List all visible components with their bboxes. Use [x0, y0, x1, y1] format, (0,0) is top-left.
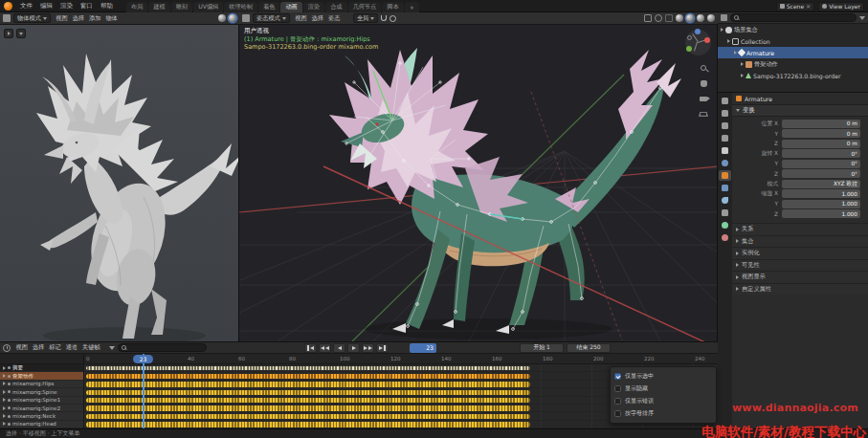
- expand-icon[interactable]: [741, 62, 744, 66]
- channel-row[interactable]: 骨架动作: [0, 372, 83, 380]
- channel-row[interactable]: mixamorig:Spine1: [0, 397, 83, 405]
- editor-type-icon[interactable]: [242, 14, 250, 22]
- workspace-tab[interactable]: 纹理绘制: [224, 2, 257, 12]
- shading-solid-icon[interactable]: [229, 14, 236, 22]
- field-value[interactable]: 0 m: [782, 120, 860, 128]
- textured-model[interactable]: [239, 25, 718, 341]
- frame-ruler[interactable]: 020406080100120140160180200220240: [84, 354, 718, 364]
- dopesheet-menu-item[interactable]: 标记: [47, 343, 63, 352]
- filter-row[interactable]: 按字母排序: [614, 409, 712, 418]
- topbar-menu-item[interactable]: 文件: [16, 0, 36, 12]
- keyframe-strip[interactable]: [86, 422, 530, 427]
- dopesheet-menu-item[interactable]: 选择: [30, 343, 46, 352]
- properties-tab-constraints[interactable]: [719, 208, 731, 218]
- keyframe-strip[interactable]: [86, 405, 530, 410]
- end-frame-field[interactable]: 结束 250: [567, 343, 611, 353]
- properties-tab-data[interactable]: [719, 220, 731, 230]
- expand-icon[interactable]: [727, 39, 730, 43]
- section-row[interactable]: 视图显示: [732, 271, 868, 283]
- gizmo-toggle-icon[interactable]: [644, 14, 652, 22]
- topbar-menu-item[interactable]: 窗口: [77, 0, 97, 12]
- checkbox[interactable]: [614, 410, 621, 417]
- field-value[interactable]: 0 m: [782, 129, 860, 138]
- keyframe-strip[interactable]: [86, 398, 530, 403]
- viewport-menu-item[interactable]: 选择: [70, 14, 86, 23]
- section-row[interactable]: 实例化: [732, 247, 868, 259]
- field-value[interactable]: 0°: [782, 149, 860, 158]
- view-layer-selector[interactable]: View Layer: [818, 2, 864, 11]
- field-value[interactable]: XYZ 欧拉: [782, 180, 860, 188]
- channel-row[interactable]: mixamorig:Spine: [0, 388, 83, 396]
- checkbox[interactable]: [614, 398, 621, 405]
- play-button[interactable]: [347, 343, 360, 353]
- channel-row[interactable]: mixamorig:Neck: [0, 412, 83, 420]
- x-axis-dot[interactable]: [704, 37, 710, 43]
- viewport-menu-item[interactable]: 视图: [293, 14, 309, 23]
- x-axis-neg-dot[interactable]: [687, 35, 692, 40]
- channel-row[interactable]: mixamorig:Spine2: [0, 405, 83, 412]
- outliner-row[interactable]: 骨架动作: [718, 58, 868, 70]
- nav-gizmo[interactable]: [685, 30, 711, 55]
- workspace-tab[interactable]: +: [405, 2, 419, 12]
- viewport-menu-item[interactable]: 视图: [54, 14, 70, 23]
- jump-to-start-button[interactable]: [304, 343, 317, 353]
- perspective-toggle-icon[interactable]: [699, 109, 708, 119]
- dopesheet-menu-item[interactable]: 通道: [63, 343, 79, 352]
- section-row[interactable]: 关系: [732, 223, 868, 235]
- shading-material-icon[interactable]: [697, 14, 704, 22]
- checkbox[interactable]: [614, 385, 621, 392]
- topbar-menu-item[interactable]: 渲染: [56, 0, 77, 12]
- main-3d-viewport[interactable]: 用户透视 (1) Armature | 骨架动作 : mixamorig:Hip…: [239, 25, 718, 341]
- orientation-dropdown[interactable]: 全局: [353, 13, 378, 23]
- expand-icon[interactable]: [3, 390, 6, 394]
- overlays-toggle-icon[interactable]: [655, 14, 662, 22]
- zoom-icon[interactable]: [699, 63, 708, 73]
- proportional-edit-icon[interactable]: [389, 15, 396, 22]
- keyframe-strip[interactable]: [86, 382, 530, 386]
- playhead-frame-badge[interactable]: 23: [133, 355, 153, 363]
- properties-tab-tool[interactable]: [719, 96, 731, 106]
- workspace-tab[interactable]: UV编辑: [193, 2, 223, 12]
- shading-wireframe-icon[interactable]: [676, 14, 683, 22]
- editor-type-icon[interactable]: [3, 14, 11, 22]
- field-value[interactable]: 0°: [782, 160, 860, 168]
- field-value[interactable]: 1.000: [782, 189, 860, 198]
- next-keyframe-button[interactable]: [362, 343, 374, 353]
- viewport-menu-item[interactable]: 添加: [87, 14, 103, 23]
- keyframe-strip[interactable]: [86, 374, 530, 379]
- shading-rendered-icon[interactable]: [707, 14, 715, 22]
- scene-selector[interactable]: Scene ✕: [776, 2, 814, 11]
- viewport-menu-item[interactable]: 选择: [309, 14, 325, 23]
- expand-icon[interactable]: [3, 382, 6, 385]
- dopesheet-editor-icon[interactable]: [3, 344, 11, 352]
- shading-wireframe-icon[interactable]: [218, 14, 226, 22]
- outliner-row[interactable]: Sampo-3172263.0.bing-order: [718, 70, 868, 81]
- channel-row[interactable]: mixamorig:Head: [0, 421, 83, 428]
- xray-toggle-icon[interactable]: [665, 14, 673, 22]
- viewport-menu-item[interactable]: 姿态: [326, 14, 343, 23]
- snap-magnet-icon[interactable]: [381, 15, 387, 21]
- field-value[interactable]: 1.000: [782, 200, 860, 208]
- pan-hand-icon[interactable]: [699, 78, 708, 88]
- filter-row[interactable]: 仅显示错误: [614, 397, 712, 405]
- workspace-tab[interactable]: 动画: [280, 2, 301, 12]
- topbar-menu-item[interactable]: 编辑: [36, 0, 56, 12]
- properties-tab-modifiers[interactable]: [719, 183, 731, 193]
- mode-dropdown[interactable]: 物体模式: [13, 13, 51, 23]
- z-axis-dot[interactable]: [695, 29, 701, 34]
- clay-model[interactable]: [0, 25, 239, 341]
- dopesheet-menu-item[interactable]: 关键帧: [80, 343, 103, 352]
- toolbar-toggle-button[interactable]: [4, 29, 13, 38]
- properties-tab-physics[interactable]: [719, 195, 731, 206]
- workspace-tab[interactable]: 布局: [126, 2, 147, 12]
- outliner-search[interactable]: [730, 13, 857, 22]
- outliner-row[interactable]: Collection: [718, 35, 868, 47]
- play-reverse-button[interactable]: [333, 343, 345, 353]
- workspace-tab[interactable]: 雕刻: [171, 2, 192, 12]
- section-row[interactable]: 自定义属性: [732, 283, 868, 296]
- field-value[interactable]: 0 m: [782, 140, 860, 148]
- topbar-menu-item[interactable]: 帮助: [97, 0, 117, 12]
- filter-icon[interactable]: [109, 346, 115, 350]
- expand-icon[interactable]: [3, 374, 6, 378]
- unlink-icon[interactable]: ✕: [806, 3, 811, 10]
